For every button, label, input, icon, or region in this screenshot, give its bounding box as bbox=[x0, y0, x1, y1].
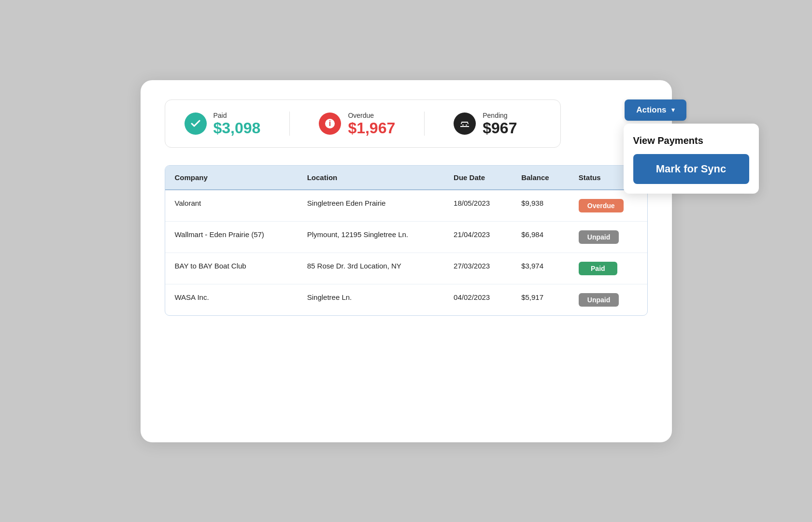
actions-button[interactable]: Actions ▾ bbox=[625, 99, 686, 121]
main-card: Paid $3,098 i Overdue $1,967 bbox=[141, 80, 672, 442]
cell-balance: $6,984 bbox=[512, 221, 569, 253]
actions-label: Actions bbox=[636, 105, 666, 115]
invoices-table-container: Company Location Due Date Balance Status… bbox=[165, 165, 648, 316]
overdue-label: Overdue bbox=[348, 112, 395, 119]
paid-icon bbox=[185, 113, 207, 135]
summary-overdue: i Overdue $1,967 bbox=[319, 112, 395, 136]
cell-due-date: 21/04/2023 bbox=[444, 221, 512, 253]
cell-status: Unpaid bbox=[569, 221, 647, 253]
svg-rect-3 bbox=[466, 125, 467, 126]
pending-label: Pending bbox=[483, 112, 517, 119]
status-badge: Paid bbox=[579, 262, 617, 275]
svg-rect-2 bbox=[462, 125, 464, 126]
divider-1 bbox=[289, 112, 290, 136]
overdue-icon: i bbox=[319, 113, 341, 135]
cell-status: Paid bbox=[569, 253, 647, 284]
divider-2 bbox=[424, 112, 425, 136]
summary-pending: Pending $967 bbox=[454, 112, 517, 136]
cell-company: Wallmart - Eden Prairie (57) bbox=[165, 221, 298, 253]
svg-text:i: i bbox=[329, 119, 331, 127]
cell-status: Overdue bbox=[569, 190, 647, 222]
cell-company: WASA Inc. bbox=[165, 284, 298, 315]
cell-due-date: 04/02/2023 bbox=[444, 284, 512, 315]
table-body: ValorantSingletreen Eden Prairie18/05/20… bbox=[165, 190, 647, 315]
chevron-down-icon: ▾ bbox=[671, 106, 675, 113]
table-header: Company Location Due Date Balance Status bbox=[165, 166, 647, 190]
cell-company: BAY to BAY Boat Club bbox=[165, 253, 298, 284]
paid-amount: $3,098 bbox=[214, 120, 261, 136]
cell-location: Singletree Ln. bbox=[298, 284, 444, 315]
cell-location: Singletreen Eden Prairie bbox=[298, 190, 444, 222]
pending-amount: $967 bbox=[483, 120, 517, 136]
status-badge: Unpaid bbox=[579, 230, 619, 244]
summary-paid: Paid $3,098 bbox=[185, 112, 261, 136]
summary-bar: Paid $3,098 i Overdue $1,967 bbox=[165, 99, 561, 148]
pending-icon bbox=[454, 113, 476, 135]
status-badge: Overdue bbox=[579, 199, 624, 212]
overdue-amount: $1,967 bbox=[348, 120, 395, 136]
header-row: Company Location Due Date Balance Status bbox=[165, 166, 647, 190]
table-row: WASA Inc.Singletree Ln.04/02/2023$5,917U… bbox=[165, 284, 647, 315]
cell-company: Valorant bbox=[165, 190, 298, 222]
cell-due-date: 18/05/2023 bbox=[444, 190, 512, 222]
cell-due-date: 27/03/2023 bbox=[444, 253, 512, 284]
paid-label: Paid bbox=[214, 112, 261, 119]
invoices-table: Company Location Due Date Balance Status… bbox=[165, 166, 647, 315]
mark-for-sync-button[interactable]: Mark for Sync bbox=[633, 154, 749, 184]
col-due-date: Due Date bbox=[444, 166, 512, 190]
col-company: Company bbox=[165, 166, 298, 190]
dropdown-menu: View Payments Mark for Sync bbox=[624, 124, 759, 194]
cell-balance: $5,917 bbox=[512, 284, 569, 315]
col-balance: Balance bbox=[512, 166, 569, 190]
table-row: Wallmart - Eden Prairie (57)Plymount, 12… bbox=[165, 221, 647, 253]
cell-balance: $9,938 bbox=[512, 190, 569, 222]
view-payments-item[interactable]: View Payments bbox=[633, 133, 749, 148]
cell-status: Unpaid bbox=[569, 284, 647, 315]
table-row: BAY to BAY Boat Club85 Rose Dr. 3rd Loca… bbox=[165, 253, 647, 284]
col-location: Location bbox=[298, 166, 444, 190]
cell-balance: $3,974 bbox=[512, 253, 569, 284]
table-row: ValorantSingletreen Eden Prairie18/05/20… bbox=[165, 190, 647, 222]
status-badge: Unpaid bbox=[579, 293, 619, 307]
cell-location: 85 Rose Dr. 3rd Location, NY bbox=[298, 253, 444, 284]
cell-location: Plymount, 12195 Singletree Ln. bbox=[298, 221, 444, 253]
